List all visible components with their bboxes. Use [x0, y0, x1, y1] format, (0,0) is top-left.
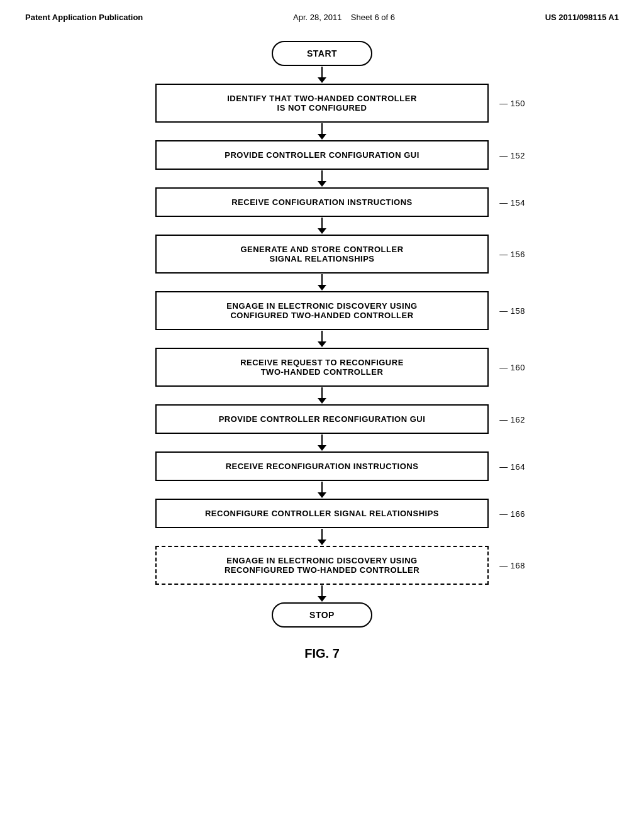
header-left: Patent Application Publication: [25, 13, 143, 22]
arrow-7: [318, 434, 326, 451]
arrow-5: [318, 330, 326, 348]
step-150: IDENTIFY THAT TWO-HANDED CONTROLLERIS NO…: [155, 84, 489, 123]
ref-156: — 156: [499, 250, 525, 259]
step-156: GENERATE AND STORE CONTROLLERSIGNAL RELA…: [155, 235, 489, 274]
arrow-4: [318, 274, 326, 291]
header-center: Apr. 28, 2011 Sheet 6 of 6: [293, 13, 395, 22]
step-162: PROVIDE CONTROLLER RECONFIGURATION GUI —…: [155, 404, 489, 434]
ref-166: — 166: [499, 509, 525, 518]
step-166: RECONFIGURE CONTROLLER SIGNAL RELATIONSH…: [155, 499, 489, 528]
arrow-2: [318, 170, 326, 187]
arrow-8: [318, 481, 326, 499]
ref-164: — 164: [499, 462, 525, 471]
ref-168: — 168: [499, 561, 525, 570]
page: Patent Application Publication Apr. 28, …: [0, 0, 644, 830]
start-node: START: [272, 41, 372, 66]
header-date: Apr. 28, 2011: [293, 13, 341, 22]
ref-152: — 152: [499, 150, 525, 160]
ref-158: — 158: [499, 306, 525, 316]
arrow-1: [318, 123, 326, 140]
arrow-6: [318, 387, 326, 404]
ref-154: — 154: [499, 197, 525, 207]
arrow-0: [318, 66, 326, 84]
figure-caption: FIG. 7: [304, 646, 340, 661]
step-168: ENGAGE IN ELECTRONIC DISCOVERY USINGRECO…: [155, 546, 489, 585]
arrow-3: [318, 217, 326, 235]
flowchart: START IDENTIFY THAT TWO-HANDED CONTROLLE…: [25, 41, 619, 661]
stop-node: STOP: [272, 602, 372, 628]
arrow-10: [318, 585, 326, 602]
step-152: PROVIDE CONTROLLER CONFIGURATION GUI — 1…: [155, 140, 489, 170]
page-header: Patent Application Publication Apr. 28, …: [25, 13, 619, 22]
ref-160: — 160: [499, 363, 525, 372]
step-158: ENGAGE IN ELECTRONIC DISCOVERY USINGCONF…: [155, 291, 489, 330]
step-160: RECEIVE REQUEST TO RECONFIGURETWO-HANDED…: [155, 348, 489, 387]
header-sheet: Sheet 6 of 6: [351, 13, 395, 22]
ref-150: — 150: [499, 99, 525, 108]
ref-162: — 162: [499, 414, 525, 424]
header-right: US 2011/098115 A1: [545, 13, 619, 22]
step-164: RECEIVE RECONFIGURATION INSTRUCTIONS — 1…: [155, 451, 489, 481]
arrow-9: [318, 528, 326, 546]
step-154: RECEIVE CONFIGURATION INSTRUCTIONS — 154: [155, 187, 489, 217]
